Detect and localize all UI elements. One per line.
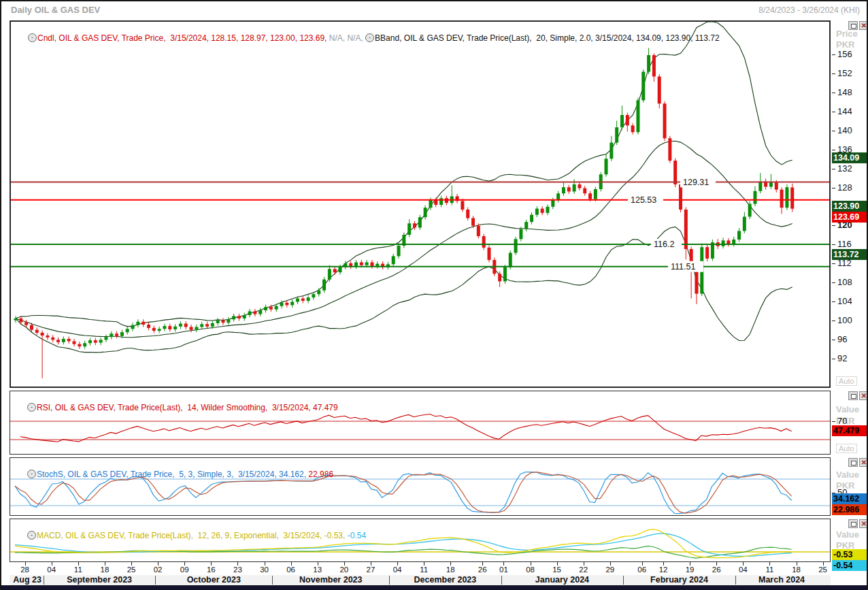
time-axis[interactable]: Aug 23September 2023October 2023November… [10,562,831,585]
axis-tick: 96 [832,334,847,344]
axis-tick: 92 [832,353,847,363]
price-axis[interactable]: ✕ Price PKR Auto 15615214814414013613212… [832,20,868,388]
auto-scale-button[interactable]: Auto [836,376,857,386]
macd-legend-text[interactable]: MACD, OIL & GAS DEV, Trade Price(Last), … [37,531,348,540]
svg-text:116.2: 116.2 [654,240,674,249]
candle-legend-na-text: N/A, N/A, [327,33,365,43]
day-tick-label: 22 [573,566,594,574]
close-icon[interactable]: ✕ [859,519,868,528]
indicator-clock-icon[interactable]: - [365,33,374,42]
day-tick-label: 09 [174,566,195,574]
last-value-badge: 134.09 [832,152,868,163]
restore-icon[interactable] [848,458,858,467]
panel-window-buttons: ✕ [847,21,868,33]
day-tick-label: 26 [706,566,727,574]
axis-title: Value [836,404,859,414]
last-value-badge: -0.54 [832,560,868,571]
stochastic-panel: -StochS, OIL & GAS DEV, Trade Price, 5, … [10,457,831,516]
day-tick-label: 18 [95,566,115,574]
month-separator [623,576,624,585]
day-tick-label: 18 [786,566,807,574]
candles-series [14,48,795,378]
month-label-row: Aug 23September 2023October 2023November… [10,575,831,585]
month-label: September 2023 [67,575,132,585]
panel-window-buttons: ✕ [847,519,868,531]
axis-tick: 104 [832,296,852,306]
day-tick-label: 25 [813,566,833,574]
close-icon[interactable]: ✕ [859,458,868,467]
month-label: March 2024 [758,575,805,585]
axis-currency: PKR [836,39,854,50]
axis-tick: 128 [832,182,852,192]
day-tick-label: 08 [520,566,541,574]
svg-text:125.53: 125.53 [631,195,656,205]
chart-window: Daily OIL & GAS DEV 8/24/2023 - 3/26/202… [0,0,868,590]
panel-window-buttons: ✕ [847,391,868,404]
last-value-badge: 34.162 [832,493,868,504]
stoch-d-value: 22.986 [308,470,333,479]
month-separator [44,576,44,585]
day-tick-label: 04 [733,566,753,574]
rsi-axis[interactable]: ✕ Value PKR Auto 7047.479 [832,391,868,455]
day-tick-label: 11 [68,566,88,574]
macd-axis[interactable]: ✕ Value PKR -0.53-0.54 [832,519,868,562]
bollinger-bands [16,22,792,353]
stoch-legend-text[interactable]: StochS, OIL & GAS DEV, Trade Price, 5, 3… [37,470,308,479]
month-separator [501,576,502,585]
axis-tick: 144 [832,106,852,116]
restore-icon[interactable] [848,519,858,528]
last-value-badge: 47.479 [832,425,868,436]
svg-text:111.51: 111.51 [671,262,695,272]
last-value-badge: 113.72 [832,249,868,260]
candle-legend-text[interactable]: Cndl, OIL & GAS DEV, Trade Price, 3/15/2… [37,33,327,43]
restore-icon[interactable] [848,391,858,400]
axis-tick: 100 [832,315,852,325]
rsi-panel: -RSI, OIL & GAS DEV, Trade Price(Last), … [10,391,831,455]
day-tick-label: 11 [414,566,434,574]
stochastic-axis[interactable]: ✕ Value PKR Auto 5034.16222.986 [832,457,868,516]
last-value-badge: 123.90 [832,201,868,212]
axis-tick: 70 [832,416,847,425]
close-icon[interactable]: ✕ [859,391,868,400]
axis-title: Value [836,470,859,480]
month-label: December 2023 [414,575,477,585]
title-bar: Daily OIL & GAS DEV 8/24/2023 - 3/26/202… [1,1,867,19]
month-label: January 2024 [535,575,589,585]
indicator-clock-icon[interactable]: - [27,470,36,478]
day-tick-label: 06 [281,566,301,574]
axis-tick: 140 [832,125,852,135]
month-label: November 2023 [299,575,362,585]
bband-legend-text[interactable]: BBand, OIL & GAS DEV, Trade Price(Last),… [375,33,720,43]
indicator-clock-icon[interactable]: - [28,33,37,42]
stoch-legend: -StochS, OIL & GAS DEV, Trade Price, 5, … [14,459,333,489]
rsi-legend-text[interactable]: RSI, OIL & GAS DEV, Trade Price(Last), 1… [37,403,338,412]
day-tick-label: 25 [121,566,141,574]
month-separator [272,576,273,585]
restore-icon[interactable] [848,21,858,30]
day-tick-label: 29 [600,566,620,574]
auto-scale-button[interactable]: Auto [836,444,857,453]
indicator-clock-icon[interactable]: - [27,403,36,412]
macd-legend: -MACD, OIL & GAS DEV, Trade Price(Last),… [14,521,366,550]
day-tick-label: 04 [387,566,407,574]
axis-tick: 116 [832,239,852,248]
month-separator [389,576,390,585]
last-value-badge: -0.53 [832,549,868,560]
axis-tick: 148 [832,87,852,97]
month-separator [155,576,156,585]
day-tick-label: 01 [493,566,514,574]
close-icon[interactable]: ✕ [859,21,868,30]
day-tick-label: 06 [632,566,652,574]
svg-text:129.31: 129.31 [683,178,709,187]
day-tick-label: 13 [307,566,328,574]
window-bottom-edge [1,585,867,590]
day-tick-label: 02 [148,566,168,574]
indicator-clock-icon[interactable]: - [27,531,36,540]
last-value-badge: 22.986 [832,504,868,515]
day-tick-label: 15 [547,566,567,574]
day-tick-label: 26 [472,566,493,574]
day-tick-label: 23 [227,566,248,574]
month-label: February 2024 [650,575,708,585]
day-tick-label: 19 [680,566,700,574]
day-tick-label: 27 [361,566,381,574]
